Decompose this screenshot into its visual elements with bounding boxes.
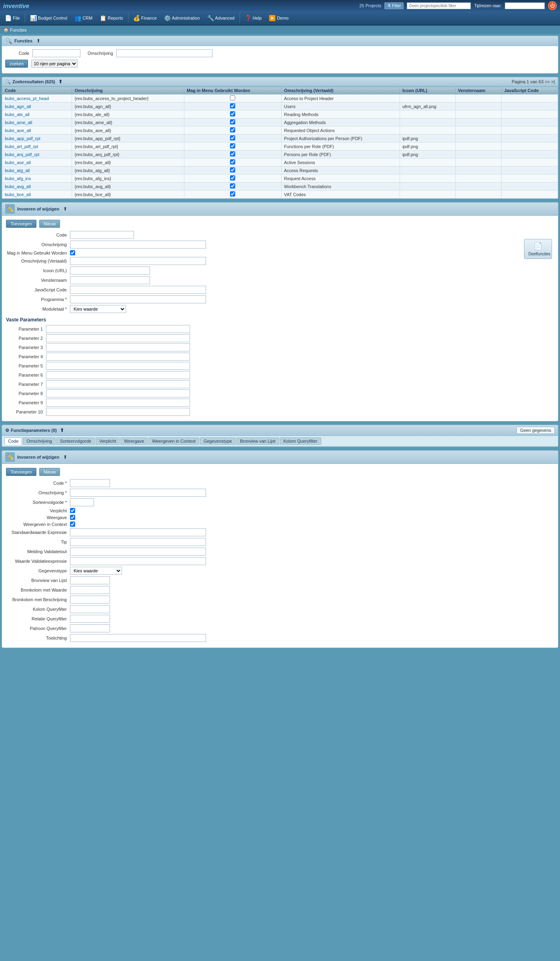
param-input-7[interactable] [46, 380, 190, 388]
field-icoon-input[interactable] [70, 267, 150, 275]
code-link[interactable]: bubs_agn_all [5, 104, 31, 109]
field-omschrijving-vertaald-input[interactable] [70, 257, 206, 265]
mag-menu-checkbox[interactable] [230, 151, 235, 156]
nav-item-advanced[interactable]: 🔧 Advanced [204, 13, 238, 23]
tijdreizen-input[interactable] [505, 2, 545, 9]
fp-tab-verplicht[interactable]: Verplicht [96, 437, 120, 445]
param-input-10[interactable] [46, 408, 190, 416]
omschrijving-input[interactable] [116, 49, 212, 57]
fp-field-verplicht-checkbox[interactable] [70, 508, 75, 513]
mag-menu-checkbox[interactable] [230, 127, 235, 132]
mag-menu-checkbox[interactable] [230, 175, 235, 181]
fp-field-waarde-validatie-input[interactable] [70, 557, 206, 565]
fp-tab-bronview-van-lijst[interactable]: Bronview van Lijst [236, 437, 279, 445]
fp-field-tip-input[interactable] [70, 538, 206, 546]
code-link[interactable]: bubs_access_pt_head [5, 96, 49, 101]
fp-field-patroon-queryfilter-input[interactable] [70, 624, 110, 632]
fp-field-omschrijving-input[interactable] [70, 489, 206, 497]
nav-item-file[interactable]: 📄 File [2, 13, 23, 23]
field-vensternaam-input[interactable] [70, 276, 150, 284]
deelfuncties-button[interactable]: 📄 Deelfuncties [524, 239, 552, 259]
nav-item-demo[interactable]: ▶️ Demo [266, 13, 292, 23]
field-omschrijving-input[interactable] [70, 241, 206, 249]
field-code-input[interactable] [70, 231, 134, 239]
fp-field-toelichting-input[interactable] [70, 634, 206, 642]
code-link[interactable]: bubs_ame_all [5, 120, 32, 125]
fp-edit-collapse[interactable]: ⬆ [63, 454, 67, 460]
fp-tab-code[interactable]: Code [4, 437, 22, 445]
fp-field-bronview-input[interactable] [70, 576, 110, 584]
code-link[interactable]: bubs_art_pdf_rpt [5, 144, 38, 149]
fp-field-kolom-queryfilter-input[interactable] [70, 605, 110, 613]
fp-toevoegen-button[interactable]: Toevoegen [6, 468, 36, 476]
fp-tab-weergeven-in-context[interactable]: Weergeven in Context [148, 437, 199, 445]
code-link[interactable]: bubs_bce_all [5, 192, 31, 197]
nav-item-reports[interactable]: 📋 Reports [96, 13, 126, 23]
code-link[interactable]: bubs_afg_ins [5, 176, 31, 181]
fp-field-code-input[interactable] [70, 479, 110, 487]
results-collapse-btn[interactable]: ⬆ [58, 79, 62, 84]
code-link[interactable]: bubs_arq_pdf_rpt [5, 152, 39, 157]
field-js-code-input[interactable] [70, 286, 206, 294]
param-input-6[interactable] [46, 371, 190, 379]
code-link[interactable]: bubs_ale_all [5, 112, 30, 117]
nav-item-help[interactable]: ❓ Help [242, 13, 265, 23]
fp-tab-sorteervolgorde[interactable]: Sorteervolgorde [56, 437, 95, 445]
mag-menu-checkbox[interactable] [230, 103, 235, 108]
edit-panel-main-collapse[interactable]: ⬆ [63, 206, 67, 212]
nav-item-administration[interactable]: ⚙️ Administration [161, 13, 203, 23]
mag-menu-checkbox[interactable] [230, 191, 235, 197]
fp-field-sorteervolgorde-input[interactable] [70, 498, 94, 506]
filter-button[interactable]: ⚗ Filter [384, 2, 404, 9]
code-link[interactable]: bubs_ase_all [5, 160, 31, 165]
mag-menu-checkbox[interactable] [230, 143, 235, 148]
param-input-2[interactable] [46, 334, 190, 342]
search-collapse-btn[interactable]: ⬆ [36, 38, 40, 44]
nav-item-crm[interactable]: 👥 CRM [71, 13, 96, 23]
mag-menu-checkbox[interactable] [230, 111, 235, 116]
fp-field-gegevenstype-select[interactable]: Kies waarde [70, 567, 122, 575]
fp-field-bronkolom-beschrijving-input[interactable] [70, 596, 110, 604]
code-link[interactable]: bubs_avg_all [5, 184, 31, 189]
fp-tab-gegevenstype[interactable]: Gegevenstype [200, 437, 236, 445]
fp-field-melding-input[interactable] [70, 548, 206, 556]
param-input-4[interactable] [46, 353, 190, 361]
mag-menu-checkbox[interactable] [230, 135, 235, 140]
field-moduletaal-select[interactable]: Kies waarde [70, 305, 126, 313]
code-input[interactable] [32, 49, 80, 57]
param-input-1[interactable] [46, 325, 190, 333]
field-mag-menu-checkbox[interactable] [70, 250, 75, 255]
fp-nieuw-button[interactable]: Nieuw [39, 468, 60, 476]
search-button[interactable]: zoeken [5, 60, 28, 68]
fp-field-weergave-checkbox[interactable] [70, 515, 75, 520]
power-button[interactable]: ⏻ [548, 1, 557, 10]
fp-field-weergeven-context-checkbox[interactable] [70, 522, 75, 527]
param-input-5[interactable] [46, 362, 190, 370]
param-input-3[interactable] [46, 343, 190, 351]
breadcrumb-home[interactable]: 🏠 Functies [3, 27, 27, 32]
nav-item-budget[interactable]: 📊 Budget Control [27, 13, 70, 23]
fp-tab-weergave[interactable]: Weergave [120, 437, 148, 445]
rows-per-page-select[interactable]: 10 rijen per pagina 25 rijen per pagina … [31, 60, 78, 68]
nieuw-button[interactable]: Nieuw [39, 220, 60, 228]
mag-menu-checkbox[interactable] [230, 119, 235, 124]
code-link[interactable]: bubs_aoe_all [5, 128, 31, 133]
field-programma-input[interactable] [70, 295, 206, 303]
fp-tab-omschrijving[interactable]: Omschrijving [23, 437, 56, 445]
nav-item-finance[interactable]: 💰 Finance [130, 13, 160, 23]
fp-collapse-btn[interactable]: ⬆ [60, 427, 64, 433]
param-input-8[interactable] [46, 389, 190, 397]
mag-menu-checkbox[interactable] [230, 95, 235, 100]
code-link[interactable]: bubs_atg_all [5, 168, 30, 173]
mag-menu-checkbox[interactable] [230, 167, 235, 173]
fp-field-bronkolom-waarde-input[interactable] [70, 586, 110, 594]
mag-menu-checkbox[interactable] [230, 159, 235, 165]
mag-menu-checkbox[interactable] [230, 183, 235, 189]
fp-field-relatie-queryfilter-input[interactable] [70, 615, 110, 623]
fp-tab-kolom-queryfilter[interactable]: Kolom Queryfilter [280, 437, 321, 445]
fp-field-standaardwaarde-input[interactable] [70, 528, 206, 536]
filter-input[interactable] [407, 2, 471, 9]
code-link[interactable]: bubs_app_pdf_rpt [5, 136, 40, 141]
toevoegen-button[interactable]: Toevoegen [6, 220, 36, 228]
param-input-9[interactable] [46, 399, 190, 407]
